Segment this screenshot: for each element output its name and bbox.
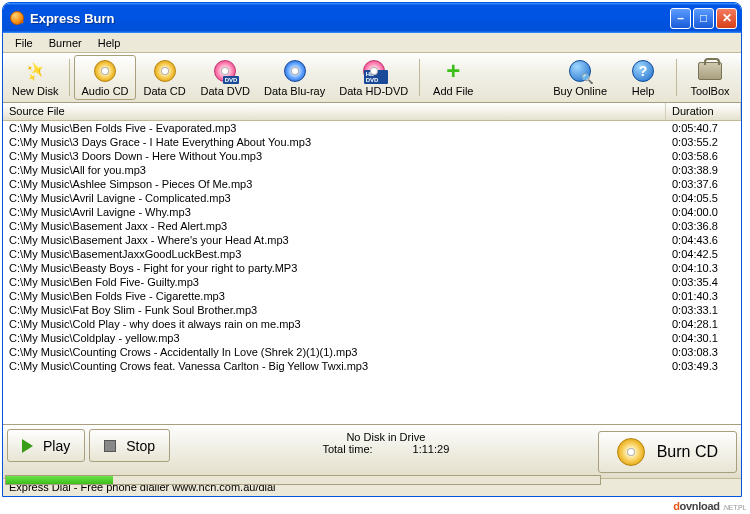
- data-cd-label: Data CD: [143, 85, 185, 97]
- stop-icon: [104, 440, 116, 452]
- file-duration: 0:04:05.5: [666, 191, 741, 205]
- stop-label: Stop: [126, 438, 155, 454]
- file-duration: 0:03:37.6: [666, 177, 741, 191]
- stop-button[interactable]: Stop: [89, 429, 170, 462]
- globe-icon: [566, 58, 594, 84]
- minimize-button[interactable]: –: [670, 8, 691, 29]
- file-duration: 0:04:10.3: [666, 261, 741, 275]
- file-path: C:\My Music\Ashlee Simpson - Pieces Of M…: [3, 177, 666, 191]
- titlebar[interactable]: Express Burn – □ ✕: [3, 3, 741, 33]
- file-path: C:\My Music\Counting Crows feat. Vanessa…: [3, 359, 666, 373]
- table-row[interactable]: C:\My Music\Ashlee Simpson - Pieces Of M…: [3, 177, 741, 191]
- table-row[interactable]: C:\My Music\BasementJaxxGoodLuckBest.mp3…: [3, 247, 741, 261]
- new-disk-button[interactable]: ✨ New Disk: [5, 55, 65, 100]
- separator: [69, 59, 70, 96]
- table-row[interactable]: C:\My Music\Counting Crows - Accidentall…: [3, 345, 741, 359]
- data-cd-button[interactable]: Data CD: [136, 55, 194, 100]
- file-path: C:\My Music\Ben Folds Five - Cigarette.m…: [3, 289, 666, 303]
- play-button[interactable]: Play: [7, 429, 85, 462]
- disk-status: No Disk in Drive: [346, 431, 425, 443]
- help-icon: ?: [629, 58, 657, 84]
- table-row[interactable]: C:\My Music\Fat Boy Slim - Funk Soul Bro…: [3, 303, 741, 317]
- file-duration: 0:03:49.3: [666, 359, 741, 373]
- file-path: C:\My Music\BasementJaxxGoodLuckBest.mp3: [3, 247, 666, 261]
- burn-label: Burn CD: [657, 443, 718, 461]
- maximize-button[interactable]: □: [693, 8, 714, 29]
- table-row[interactable]: C:\My Music\Coldplay - yellow.mp30:04:30…: [3, 331, 741, 345]
- file-duration: 0:03:36.8: [666, 219, 741, 233]
- buy-online-label: Buy Online: [553, 85, 607, 97]
- audio-cd-label: Audio CD: [81, 85, 128, 97]
- table-row[interactable]: C:\My Music\All for you.mp30:03:38.9: [3, 163, 741, 177]
- window-title: Express Burn: [30, 11, 668, 26]
- separator: [419, 59, 420, 96]
- help-label: Help: [632, 85, 655, 97]
- disc-hddvd-icon: HD-DVD: [360, 58, 388, 84]
- burn-disc-icon: [617, 438, 645, 466]
- file-path: C:\My Music\Cold Play - why does it alwa…: [3, 317, 666, 331]
- menu-help[interactable]: Help: [90, 35, 129, 51]
- close-button[interactable]: ✕: [716, 8, 737, 29]
- toolbar: ✨ New Disk Audio CD Data CD DVD Data DVD…: [3, 53, 741, 103]
- column-duration[interactable]: Duration: [666, 103, 741, 120]
- data-bluray-button[interactable]: Data Blu-ray: [257, 55, 332, 100]
- help-button[interactable]: ? Help: [614, 55, 672, 100]
- file-duration: 0:03:58.6: [666, 149, 741, 163]
- audio-cd-button[interactable]: Audio CD: [74, 55, 135, 100]
- data-hddvd-button[interactable]: HD-DVD Data HD-DVD: [332, 55, 415, 100]
- data-dvd-label: Data DVD: [201, 85, 251, 97]
- table-row[interactable]: C:\My Music\Ben Folds Five - Cigarette.m…: [3, 289, 741, 303]
- menu-burner[interactable]: Burner: [41, 35, 90, 51]
- data-hddvd-label: Data HD-DVD: [339, 85, 408, 97]
- add-file-button[interactable]: + Add File: [424, 55, 482, 100]
- table-row[interactable]: C:\My Music\Cold Play - why does it alwa…: [3, 317, 741, 331]
- toolbox-button[interactable]: ToolBox: [681, 55, 739, 100]
- file-list[interactable]: C:\My Music\Ben Folds Five - Evaporated.…: [3, 121, 741, 424]
- file-duration: 0:03:33.1: [666, 303, 741, 317]
- table-row[interactable]: C:\My Music\Ben Folds Five - Evaporated.…: [3, 121, 741, 135]
- table-row[interactable]: C:\My Music\Basement Jaxx - Where's your…: [3, 233, 741, 247]
- file-duration: 0:03:38.9: [666, 163, 741, 177]
- list-header: Source File Duration: [3, 103, 741, 121]
- table-row[interactable]: C:\My Music\Ben Fold Five- Guilty.mp30:0…: [3, 275, 741, 289]
- table-row[interactable]: C:\My Music\Beasty Boys - Fight for your…: [3, 261, 741, 275]
- play-icon: [22, 439, 33, 453]
- info-area: No Disk in Drive Total time:1:11:29: [174, 429, 598, 474]
- menu-file[interactable]: File: [7, 35, 41, 51]
- burn-cd-button[interactable]: Burn CD: [598, 431, 737, 473]
- file-path: C:\My Music\Ben Folds Five - Evaporated.…: [3, 121, 666, 135]
- toolbox-icon: [696, 58, 724, 84]
- data-dvd-button[interactable]: DVD Data DVD: [194, 55, 258, 100]
- file-duration: 0:04:42.5: [666, 247, 741, 261]
- file-duration: 0:04:00.0: [666, 205, 741, 219]
- dvd-badge: DVD: [223, 76, 240, 84]
- table-row[interactable]: C:\My Music\Avril Lavigne - Why.mp30:04:…: [3, 205, 741, 219]
- file-duration: 0:04:30.1: [666, 331, 741, 345]
- file-path: C:\My Music\Fat Boy Slim - Funk Soul Bro…: [3, 303, 666, 317]
- table-row[interactable]: C:\My Music\Counting Crows feat. Vanessa…: [3, 359, 741, 373]
- file-path: C:\My Music\Beasty Boys - Fight for your…: [3, 261, 666, 275]
- total-time-label: Total time:: [322, 443, 372, 455]
- plus-icon: +: [439, 58, 467, 84]
- buy-online-button[interactable]: Buy Online: [546, 55, 614, 100]
- app-window: Express Burn – □ ✕ File Burner Help ✨ Ne…: [2, 2, 742, 497]
- watermark: dovnload .NET.PL: [673, 500, 746, 512]
- column-source-file[interactable]: Source File: [3, 103, 666, 120]
- file-duration: 0:01:40.3: [666, 289, 741, 303]
- toolbox-label: ToolBox: [690, 85, 729, 97]
- app-icon: [9, 10, 25, 26]
- watermark-suffix: .NET.PL: [722, 504, 746, 511]
- file-path: C:\My Music\Ben Fold Five- Guilty.mp3: [3, 275, 666, 289]
- disc-dvd-icon: DVD: [211, 58, 239, 84]
- disc-icon: [91, 58, 119, 84]
- disc-bluray-icon: [281, 58, 309, 84]
- file-duration: 0:04:43.6: [666, 233, 741, 247]
- file-duration: 0:04:28.1: [666, 317, 741, 331]
- table-row[interactable]: C:\My Music\3 Doors Down - Here Without …: [3, 149, 741, 163]
- file-path: C:\My Music\Avril Lavigne - Why.mp3: [3, 205, 666, 219]
- table-row[interactable]: C:\My Music\Avril Lavigne - Complicated.…: [3, 191, 741, 205]
- table-row[interactable]: C:\My Music\3 Days Grace - I Hate Everyt…: [3, 135, 741, 149]
- hddvd-badge: HD-DVD: [364, 70, 388, 84]
- file-path: C:\My Music\Coldplay - yellow.mp3: [3, 331, 666, 345]
- table-row[interactable]: C:\My Music\Basement Jaxx - Red Alert.mp…: [3, 219, 741, 233]
